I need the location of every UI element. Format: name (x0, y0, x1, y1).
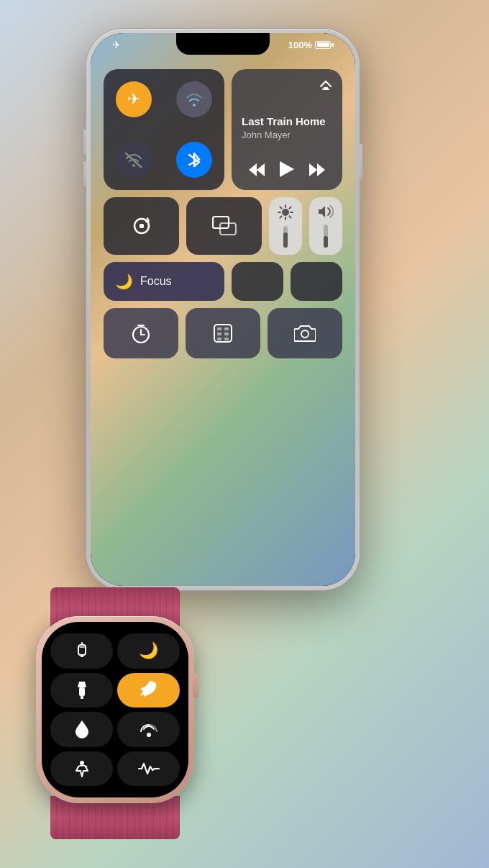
control-center: ✈ (104, 69, 342, 358)
svg-rect-22 (224, 327, 229, 330)
svg-line-14 (289, 207, 291, 209)
moon-icon: 🌙 (115, 273, 133, 290)
watch-water-tile[interactable] (50, 712, 113, 747)
status-right: 100% (288, 40, 334, 50)
prev-button[interactable] (249, 163, 265, 180)
watch-case: 🌙 (36, 616, 194, 803)
media-controls (242, 161, 332, 181)
svg-rect-30 (81, 655, 83, 657)
media-info: Last Train Home John Mayer (242, 94, 332, 161)
watch-accessibility-tile[interactable] (50, 751, 113, 787)
empty-tile-2 (291, 262, 342, 301)
svg-rect-23 (217, 333, 221, 335)
calculator-tile[interactable] (186, 308, 260, 358)
svg-line-15 (280, 216, 282, 217)
airplay-icon[interactable] (319, 78, 332, 94)
volume-down-button[interactable] (83, 161, 86, 186)
next-button[interactable] (309, 163, 325, 180)
watch-control-grid: 🌙 (50, 633, 180, 786)
watch-moon-tile[interactable]: 🌙 (117, 633, 180, 669)
svg-rect-4 (140, 224, 144, 228)
svg-line-13 (289, 216, 291, 217)
cellular-tile[interactable] (104, 130, 164, 190)
bottom-row (104, 308, 342, 358)
top-row: ✈ (104, 69, 342, 190)
bluetooth-tile[interactable] (164, 130, 224, 190)
media-title: Last Train Home (242, 115, 332, 128)
svg-point-35 (80, 761, 84, 765)
watch-screen: 🌙 (42, 622, 188, 797)
svg-rect-32 (79, 687, 85, 696)
battery-icon (315, 41, 334, 49)
watch-activity-tile[interactable] (117, 751, 180, 787)
watch-crown[interactable] (193, 674, 198, 698)
svg-point-27 (301, 330, 309, 338)
svg-rect-28 (78, 645, 86, 655)
iphone-screen: ✈ 100% (91, 33, 355, 586)
media-artist: John Mayer (242, 130, 332, 140)
airplane-mode-tile[interactable]: ✈ (104, 69, 164, 130)
volume-slider[interactable] (309, 197, 342, 255)
watch-walkie-tile[interactable] (50, 633, 113, 669)
svg-point-7 (282, 209, 289, 216)
timer-tile[interactable] (104, 308, 178, 358)
iphone-device: ✈ 100% (86, 29, 360, 590)
iphone-inner: ✈ 100% (91, 33, 355, 586)
camera-tile[interactable] (268, 308, 342, 358)
focus-row: 🌙 Focus (104, 262, 342, 301)
play-button[interactable] (280, 161, 294, 181)
power-button[interactable] (360, 144, 362, 180)
focus-label: Focus (140, 275, 172, 288)
svg-rect-2 (322, 89, 329, 90)
svg-rect-33 (81, 696, 83, 699)
watch-airplane-tile[interactable] (117, 673, 180, 708)
media-player-tile: Last Train Home John Mayer (232, 69, 342, 190)
svg-rect-21 (217, 327, 221, 330)
svg-point-34 (147, 733, 151, 737)
svg-rect-25 (217, 338, 221, 340)
svg-rect-24 (224, 333, 229, 335)
notch (176, 33, 270, 55)
battery-percent: 100% (288, 40, 312, 50)
svg-line-12 (280, 207, 282, 209)
focus-tile[interactable]: 🌙 Focus (104, 262, 224, 301)
wifi-tile[interactable] (164, 69, 224, 130)
rotation-lock-tile[interactable] (104, 197, 179, 255)
volume-up-button[interactable] (83, 130, 86, 154)
svg-rect-20 (214, 325, 232, 342)
network-group: ✈ (104, 69, 224, 190)
empty-tile-1 (232, 262, 283, 301)
mid-row (104, 197, 342, 255)
apple-watch-device: 🌙 (22, 602, 209, 825)
brightness-slider[interactable] (269, 197, 302, 255)
screen-mirror-tile[interactable] (186, 197, 262, 255)
watch-flashlight-tile[interactable] (50, 673, 113, 708)
watch-airplay-tile[interactable] (117, 712, 180, 747)
airplane-mode-icon: ✈ (112, 39, 121, 50)
scene: ✈ 100% (0, 0, 489, 868)
media-header (242, 78, 332, 94)
svg-rect-26 (224, 338, 229, 340)
